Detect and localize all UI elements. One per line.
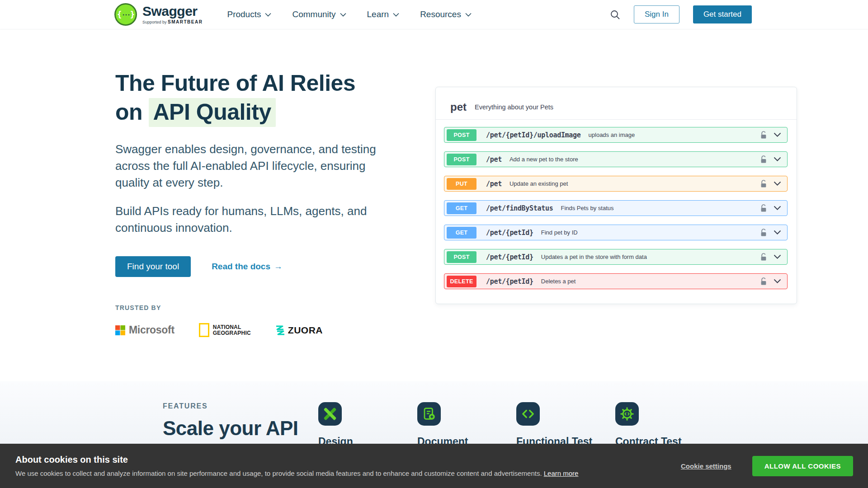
search-button[interactable] — [610, 9, 620, 20]
endpoint-summary: Finds Pets by status — [561, 205, 613, 211]
search-icon — [610, 9, 620, 20]
microsoft-logo: Microsoft — [115, 324, 175, 336]
national-geographic-logo: NATIONALGEOGRAPHIC — [199, 323, 251, 337]
endpoint-path: /pet/{petId} — [486, 253, 533, 261]
cookie-banner-body: We use cookies to collect and analyze in… — [15, 469, 578, 477]
hero-paragraph-2: Build APIs ready for humans, LLMs, agent… — [115, 203, 387, 236]
document-tile[interactable] — [417, 402, 441, 426]
arrow-right-icon: → — [274, 262, 283, 272]
unlock-icon[interactable] — [760, 277, 767, 286]
chevron-down-icon[interactable] — [774, 254, 781, 259]
unlock-icon[interactable] — [760, 229, 767, 237]
api-tag-name: pet — [450, 101, 467, 113]
method-badge: POST — [447, 129, 476, 141]
smartbear-wordmark: SMARTBEAR — [168, 19, 203, 24]
chevron-down-icon[interactable] — [774, 206, 781, 211]
endpoint-summary: uploads an image — [589, 131, 635, 138]
chevron-down-icon — [393, 13, 399, 17]
endpoint-summary: Update an existing pet — [509, 180, 568, 187]
endpoint-list: POST /pet/{petId}/uploadImage uploads an… — [436, 120, 797, 289]
functional-test-tile[interactable] — [516, 402, 540, 426]
title-highlight: API Quality — [149, 98, 276, 127]
learn-more-link[interactable]: Learn more — [544, 469, 579, 477]
code-brackets-icon — [521, 407, 535, 421]
method-badge: DELETE — [447, 276, 476, 287]
chevron-down-icon[interactable] — [774, 181, 781, 186]
unlock-icon[interactable] — [760, 180, 767, 188]
microsoft-squares-icon — [115, 325, 125, 335]
unlock-icon[interactable] — [760, 253, 767, 261]
hero-paragraph-1: Swagger enables design, governance, and … — [115, 141, 387, 191]
chevron-down-icon[interactable] — [774, 157, 781, 162]
swagger-logo-icon: {···} — [114, 3, 137, 26]
design-icon — [323, 407, 337, 421]
unlock-icon[interactable] — [760, 204, 767, 212]
cookie-banner-title: About cookies on this site — [15, 455, 578, 465]
method-badge: POST — [447, 154, 476, 165]
endpoint-path: /pet/findByStatus — [486, 204, 553, 212]
endpoint-row[interactable]: POST /pet/{petId}/uploadImage uploads an… — [444, 127, 788, 143]
unlock-icon[interactable] — [760, 155, 767, 164]
chevron-down-icon[interactable] — [774, 132, 781, 137]
zuora-logo: ZUORA — [275, 325, 323, 336]
chevron-down-icon[interactable] — [774, 279, 781, 284]
api-tag-description: Everything about your Pets — [475, 103, 553, 111]
nav-item-community[interactable]: Community — [292, 9, 346, 19]
main-nav: Products Community Learn Resources — [227, 9, 472, 19]
endpoint-path: /pet/{petId}/uploadImage — [486, 131, 581, 139]
get-started-button[interactable]: Get started — [693, 5, 752, 23]
endpoint-row[interactable]: PUT /pet Update an existing pet — [444, 176, 788, 192]
method-badge: GET — [447, 202, 476, 214]
document-icon — [422, 407, 436, 421]
trusted-logos: Microsoft NATIONALGEOGRAPHIC ZUORA — [115, 323, 405, 337]
sign-in-button[interactable]: Sign In — [634, 5, 679, 23]
chevron-down-icon — [265, 13, 271, 17]
endpoint-summary: Updates a pet in the store with form dat… — [541, 253, 647, 260]
site-header: {···} Swagger Supported by SMARTBEAR Pro… — [0, 0, 868, 29]
chevron-down-icon — [465, 13, 472, 17]
zuora-z-icon — [275, 325, 285, 336]
unlock-icon[interactable] — [760, 131, 767, 139]
endpoint-row[interactable]: POST /pet/{petId} Updates a pet in the s… — [444, 249, 788, 265]
gear-code-icon — [620, 407, 634, 421]
read-the-docs-link[interactable]: Read the docs → — [212, 262, 283, 272]
features-eyebrow: FEATURES — [163, 402, 318, 410]
nav-item-products[interactable]: Products — [227, 9, 271, 19]
endpoint-row[interactable]: POST /pet Add a new pet to the store — [444, 151, 788, 167]
allow-all-cookies-button[interactable]: ALLOW ALL COOKIES — [752, 456, 853, 476]
design-tile[interactable] — [318, 402, 342, 426]
brand-name: Swagger — [142, 5, 203, 18]
endpoint-row[interactable]: GET /pet/{petId} Find pet by ID — [444, 225, 788, 240]
method-badge: PUT — [447, 178, 476, 190]
endpoint-path: /pet — [486, 155, 502, 164]
cookie-settings-link[interactable]: Cookie settings — [681, 462, 731, 470]
endpoint-path: /pet/{petId} — [486, 229, 533, 237]
page-title: The Future of AI Relies on API Quality — [115, 69, 405, 127]
chevron-down-icon[interactable] — [774, 230, 781, 235]
endpoint-path: /pet — [486, 180, 502, 188]
endpoint-summary: Add a new pet to the store — [509, 156, 578, 163]
nav-item-learn[interactable]: Learn — [367, 9, 400, 19]
endpoint-row[interactable]: DELETE /pet/{petId} Deletes a pet — [444, 273, 788, 289]
endpoint-summary: Find pet by ID — [541, 229, 578, 236]
cookie-banner: About cookies on this site We use cookie… — [0, 444, 868, 488]
api-explorer-card: pet Everything about your Pets POST /pet… — [435, 87, 797, 304]
find-your-tool-button[interactable]: Find your tool — [115, 256, 191, 277]
method-badge: GET — [447, 227, 476, 239]
brand-tagline: Supported by SMARTBEAR — [142, 19, 203, 24]
endpoint-row[interactable]: GET /pet/findByStatus Finds Pets by stat… — [444, 200, 788, 216]
swagger-logo[interactable]: {···} Swagger Supported by SMARTBEAR — [114, 3, 203, 26]
chevron-down-icon — [340, 13, 346, 17]
endpoint-path: /pet/{petId} — [486, 277, 533, 286]
natgeo-frame-icon — [199, 323, 209, 337]
nav-item-resources[interactable]: Resources — [420, 9, 472, 19]
trusted-by-label: TRUSTED BY — [115, 304, 405, 311]
contract-test-tile[interactable] — [615, 402, 639, 426]
api-tag-header[interactable]: pet Everything about your Pets — [436, 87, 797, 120]
endpoint-summary: Deletes a pet — [541, 278, 576, 285]
method-badge: POST — [447, 251, 476, 263]
hero-section: The Future of AI Relies on API Quality S… — [0, 29, 868, 381]
